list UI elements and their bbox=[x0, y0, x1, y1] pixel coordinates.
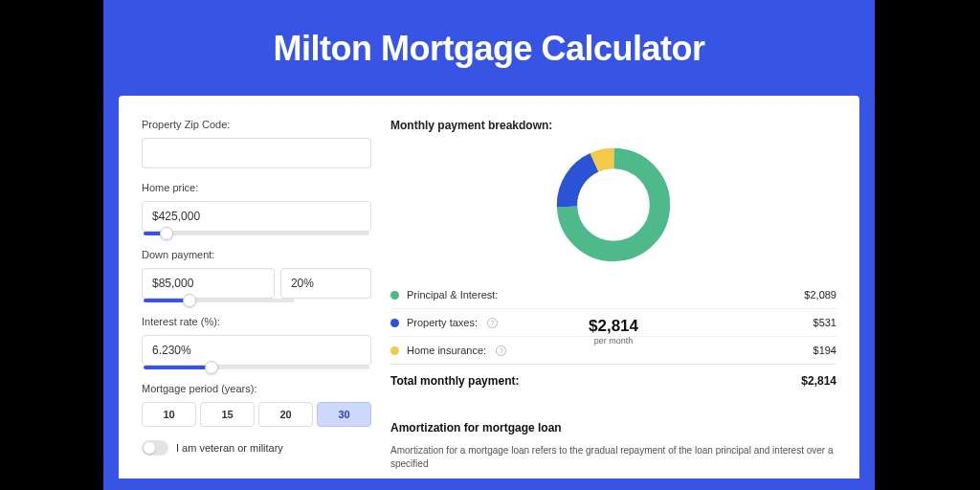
amortization-title: Amortization for mortgage loan bbox=[390, 421, 836, 434]
price-input[interactable] bbox=[142, 201, 371, 232]
period-btn-30[interactable]: 30 bbox=[317, 402, 371, 427]
veteran-row: I am veteran or military bbox=[142, 440, 371, 456]
price-slider-thumb[interactable] bbox=[160, 227, 173, 240]
down-label: Down payment: bbox=[142, 249, 371, 260]
info-icon[interactable]: ? bbox=[487, 318, 498, 328]
period-field: Mortgage period (years): 10152030 bbox=[142, 383, 371, 427]
legend-value: $531 bbox=[813, 317, 836, 328]
donut-chart-wrap: $2,814 per month bbox=[390, 144, 836, 266]
page-title: Milton Mortgage Calculator bbox=[103, 29, 875, 69]
donut-sub: per month bbox=[594, 336, 634, 345]
price-slider[interactable] bbox=[144, 232, 369, 235]
zip-label: Property Zip Code: bbox=[142, 119, 371, 130]
page-root: Milton Mortgage Calculator Property Zip … bbox=[0, 0, 980, 490]
breakdown-column: Monthly payment breakdown: $2,814 per mo… bbox=[390, 119, 836, 479]
calculator-card: Property Zip Code: Home price: Down paym… bbox=[119, 96, 859, 479]
period-btn-10[interactable]: 10 bbox=[142, 402, 196, 427]
down-slider[interactable] bbox=[144, 299, 295, 302]
form-column: Property Zip Code: Home price: Down paym… bbox=[142, 119, 371, 479]
amortization-text: Amortization for a mortgage loan refers … bbox=[390, 444, 836, 471]
donut-amount: $2,814 bbox=[589, 317, 638, 336]
price-field: Home price: bbox=[142, 182, 371, 235]
period-label: Mortgage period (years): bbox=[142, 383, 371, 394]
zip-field: Property Zip Code: bbox=[142, 119, 371, 168]
donut-chart bbox=[552, 144, 675, 266]
info-icon[interactable]: ? bbox=[496, 345, 506, 356]
legend-label: Property taxes: bbox=[407, 317, 478, 328]
down-field: Down payment: bbox=[142, 249, 371, 302]
breakdown-title: Monthly payment breakdown: bbox=[390, 119, 836, 132]
legend-value: $2,089 bbox=[804, 289, 836, 301]
legend-value: $194 bbox=[813, 345, 836, 356]
rate-label: Interest rate (%): bbox=[142, 316, 371, 327]
donut-center: $2,814 per month bbox=[552, 270, 675, 392]
rate-field: Interest rate (%): bbox=[142, 316, 371, 369]
hero-panel: Milton Mortgage Calculator Property Zip … bbox=[103, 0, 875, 490]
period-buttons: 10152030 bbox=[142, 402, 371, 427]
price-label: Home price: bbox=[142, 182, 371, 193]
veteran-toggle[interactable] bbox=[142, 440, 168, 456]
total-label: Total monthly payment: bbox=[390, 374, 519, 388]
rate-slider[interactable] bbox=[144, 366, 369, 369]
veteran-label: I am veteran or military bbox=[176, 442, 283, 454]
total-value: $2,814 bbox=[801, 374, 836, 388]
legend-label: Home insurance: bbox=[407, 345, 486, 356]
legend-swatch bbox=[390, 346, 399, 355]
amortization-section: Amortization for mortgage loan Amortizat… bbox=[390, 407, 836, 471]
zip-input[interactable] bbox=[142, 138, 371, 168]
down-percent-input[interactable] bbox=[280, 268, 371, 299]
donut-segment bbox=[567, 158, 659, 251]
legend-swatch bbox=[390, 291, 399, 300]
down-amount-input[interactable] bbox=[142, 268, 275, 299]
legend-swatch bbox=[390, 319, 399, 327]
legend-label: Principal & Interest: bbox=[407, 289, 498, 301]
down-slider-thumb[interactable] bbox=[183, 294, 196, 307]
period-btn-15[interactable]: 15 bbox=[200, 402, 255, 427]
rate-slider-thumb[interactable] bbox=[205, 361, 218, 374]
rate-input[interactable] bbox=[142, 335, 371, 366]
period-btn-20[interactable]: 20 bbox=[258, 402, 313, 427]
